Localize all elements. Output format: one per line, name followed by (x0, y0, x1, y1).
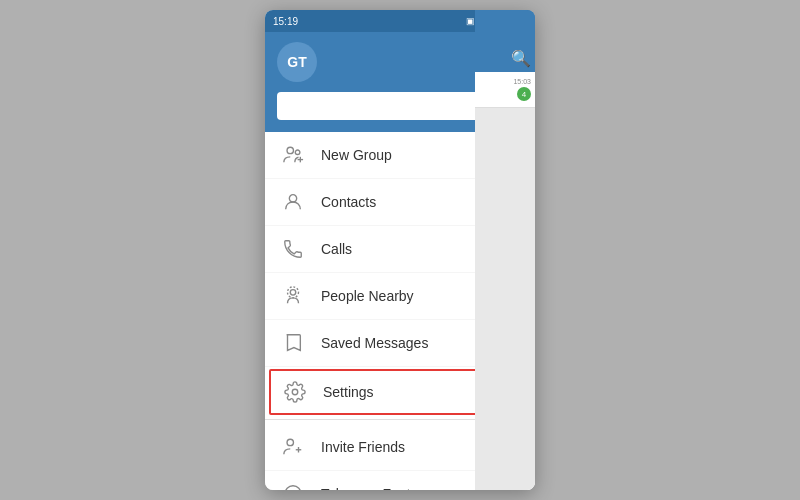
chat-badge: 4 (517, 87, 531, 101)
svg-point-1 (295, 150, 300, 155)
svg-point-11 (285, 486, 302, 490)
svg-point-6 (288, 287, 299, 298)
people-nearby-icon (281, 284, 305, 308)
new-group-icon (281, 143, 305, 167)
contacts-icon (281, 190, 305, 214)
svg-point-5 (290, 290, 296, 296)
svg-point-4 (289, 195, 296, 202)
calls-label: Calls (321, 241, 352, 257)
svg-point-0 (287, 147, 293, 153)
settings-icon (283, 380, 307, 404)
chat-preview: 🔍 15:03 4 (475, 10, 535, 490)
telegram-features-icon (281, 482, 305, 490)
calls-icon (281, 237, 305, 261)
avatar[interactable]: GT (277, 42, 317, 82)
saved-messages-label: Saved Messages (321, 335, 428, 351)
telegram-features-label: Telegram Features (321, 486, 438, 490)
invite-friends-icon (281, 435, 305, 459)
new-group-label: New Group (321, 147, 392, 163)
invite-friends-label: Invite Friends (321, 439, 405, 455)
search-icon-right[interactable]: 🔍 (511, 49, 531, 68)
people-nearby-label: People Nearby (321, 288, 414, 304)
svg-point-7 (292, 389, 298, 395)
chat-preview-item: 15:03 4 (475, 72, 535, 108)
svg-point-8 (287, 439, 293, 445)
notification-icon: ▣ (466, 16, 475, 26)
chat-time: 15:03 (513, 78, 531, 85)
chat-preview-header: 🔍 (475, 10, 535, 72)
search-box[interactable] (277, 92, 508, 120)
saved-messages-icon (281, 331, 305, 355)
settings-label: Settings (323, 384, 374, 400)
contacts-label: Contacts (321, 194, 376, 210)
phone-frame: 15:19 ▣ ☾ ⊙ ▶ ull ▮ GT ☽ ▾ (265, 10, 535, 490)
status-time: 15:19 (273, 16, 298, 27)
